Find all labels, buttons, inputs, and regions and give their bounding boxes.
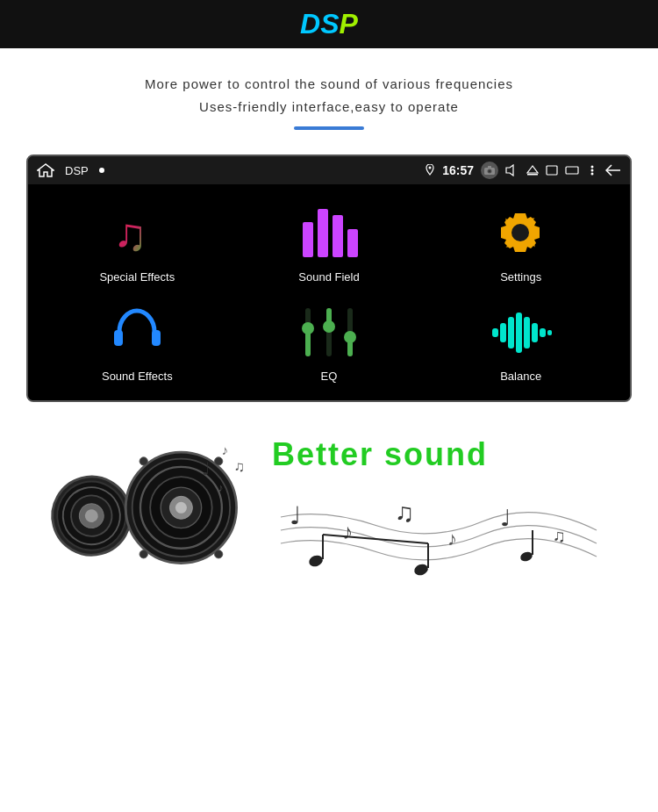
svg-text:♪: ♪ xyxy=(218,481,224,494)
svg-marker-7 xyxy=(527,166,538,173)
svg-rect-18 xyxy=(333,215,343,257)
camera-icon xyxy=(481,162,498,179)
svg-point-29 xyxy=(323,320,335,333)
volume-icon xyxy=(505,164,519,176)
svg-point-54 xyxy=(139,457,147,465)
balance-label: Balance xyxy=(500,370,541,383)
svg-rect-34 xyxy=(500,323,506,342)
status-bar-right: 16:57 xyxy=(425,162,621,179)
dsp-grid: ♫ Special Effects Sound Field xyxy=(28,184,630,400)
sound-effects-label: Sound Effects xyxy=(102,370,173,383)
grid-item-sound-field[interactable]: Sound Field xyxy=(238,202,421,284)
svg-text:♩: ♩ xyxy=(290,502,301,529)
svg-point-4 xyxy=(489,170,491,173)
svg-rect-35 xyxy=(508,317,514,349)
svg-text:♩: ♩ xyxy=(202,459,210,478)
back-icon[interactable] xyxy=(605,164,621,176)
grid-item-settings[interactable]: Settings xyxy=(429,202,612,284)
svg-point-68 xyxy=(307,554,324,569)
svg-rect-16 xyxy=(303,222,313,257)
eq-label: EQ xyxy=(321,370,338,383)
svg-text:♫: ♫ xyxy=(113,209,147,260)
svg-text:♩: ♩ xyxy=(500,505,511,531)
settings-icon-container xyxy=(490,202,552,263)
better-sound-title: Better sound xyxy=(272,436,640,473)
svg-rect-40 xyxy=(547,330,552,335)
header-title: DSP xyxy=(300,8,358,40)
sound-effects-icon xyxy=(109,304,166,361)
svg-rect-19 xyxy=(347,229,358,257)
settings-icon xyxy=(492,205,549,262)
sound-field-label: Sound Field xyxy=(298,270,359,284)
svg-rect-17 xyxy=(318,209,328,257)
camera-svg xyxy=(484,166,495,175)
svg-rect-5 xyxy=(488,166,491,169)
svg-rect-10 xyxy=(566,167,578,174)
svg-text:♪: ♪ xyxy=(222,443,228,457)
eq-icon xyxy=(298,304,360,361)
svg-point-32 xyxy=(344,331,356,343)
svg-text:♫: ♫ xyxy=(553,526,566,545)
better-sound-section: ♩ ♪ ♫ ♪ Better sound ♩ ♪ ♫ ♪ ♩ ♫ xyxy=(0,411,658,608)
status-bar: DSP 16:57 xyxy=(28,156,630,184)
music-notes-decoration: ♩ ♪ ♫ ♪ ♩ ♫ xyxy=(272,482,605,587)
svg-rect-33 xyxy=(492,328,498,337)
svg-rect-36 xyxy=(516,313,522,353)
sound-field-icon xyxy=(298,205,360,262)
svg-rect-38 xyxy=(532,323,538,342)
sound-effects-icon-container xyxy=(106,301,168,363)
svg-rect-22 xyxy=(114,330,123,346)
subtitle-section: More power to control the sound of vario… xyxy=(0,48,658,146)
svg-point-53 xyxy=(175,502,187,514)
svg-point-21 xyxy=(511,224,529,241)
window-icon xyxy=(565,165,579,176)
grid-item-eq[interactable]: EQ xyxy=(238,301,421,383)
home-icon xyxy=(37,163,54,177)
svg-point-26 xyxy=(302,322,314,334)
svg-point-12 xyxy=(591,169,594,172)
header-title-p: P xyxy=(340,8,358,40)
balance-icon xyxy=(490,304,552,361)
screen-icon xyxy=(546,165,558,176)
settings-label: Settings xyxy=(500,270,541,284)
subtitle-line2: Uses-friendly interface,easy to operate xyxy=(35,96,623,119)
more-icon[interactable] xyxy=(586,164,598,176)
svg-rect-8 xyxy=(527,174,538,176)
grid-item-balance[interactable]: Balance xyxy=(429,301,612,383)
status-app-name: DSP xyxy=(65,164,89,177)
svg-rect-39 xyxy=(540,328,546,337)
subtitle-line1: More power to control the sound of vario… xyxy=(35,73,623,96)
svg-rect-37 xyxy=(524,317,530,349)
special-effects-icon: ♫ xyxy=(109,205,166,262)
svg-point-56 xyxy=(139,550,147,558)
underline-bar xyxy=(294,126,364,130)
svg-rect-9 xyxy=(547,166,557,175)
svg-rect-23 xyxy=(152,330,161,346)
svg-marker-6 xyxy=(506,165,513,176)
better-sound-text: Better sound ♩ ♪ ♫ ♪ ♩ ♫ xyxy=(272,436,640,587)
location-icon xyxy=(425,164,435,176)
header: DSP xyxy=(0,0,658,48)
eq-icon-container xyxy=(298,301,360,363)
svg-point-13 xyxy=(591,173,594,176)
svg-point-55 xyxy=(215,457,223,465)
svg-point-70 xyxy=(412,563,429,578)
grid-item-sound-effects[interactable]: Sound Effects xyxy=(46,301,229,383)
special-effects-label: Special Effects xyxy=(99,270,175,284)
svg-text:♫: ♫ xyxy=(395,498,415,527)
balance-icon-container xyxy=(490,301,552,363)
screen-mockup: DSP 16:57 xyxy=(26,154,632,402)
status-bar-left: DSP xyxy=(37,163,104,177)
svg-point-72 xyxy=(519,550,534,563)
svg-line-74 xyxy=(323,535,428,543)
svg-point-1 xyxy=(429,167,432,169)
eject-icon xyxy=(526,165,539,176)
svg-text:♪: ♪ xyxy=(447,528,457,550)
header-title-dsp: DS xyxy=(300,8,339,40)
special-effects-icon-container: ♫ xyxy=(106,202,168,263)
grid-item-special-effects[interactable]: ♫ Special Effects xyxy=(46,202,229,284)
speakers-image: ♩ ♪ ♫ ♪ xyxy=(26,424,254,600)
svg-point-57 xyxy=(215,550,223,558)
svg-marker-0 xyxy=(38,164,54,176)
svg-text:♪: ♪ xyxy=(342,520,353,543)
